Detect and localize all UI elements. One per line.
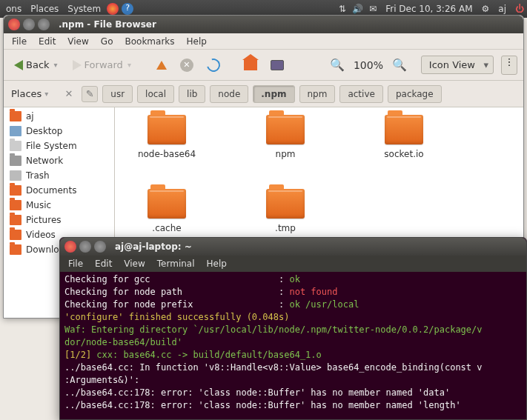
folder-icon: [10, 185, 21, 196]
close-icon[interactable]: [8, 19, 20, 30]
edit-path-button[interactable]: ✎: [82, 86, 98, 102]
user-icon[interactable]: ⚙: [482, 4, 490, 14]
home-icon: [244, 60, 257, 70]
term-titlebar[interactable]: aj@aj-laptop: ~: [60, 238, 526, 256]
places-menu[interactable]: Places: [27, 4, 62, 14]
maximize-icon[interactable]: [94, 241, 106, 253]
terminal-output[interactable]: Checking for gcc : okChecking for node p…: [60, 272, 526, 413]
close-sidebar-button[interactable]: ✕: [60, 88, 77, 99]
view-mode-select[interactable]: Icon View: [421, 56, 494, 74]
menu-file[interactable]: File: [63, 257, 88, 270]
minimize-icon[interactable]: [23, 19, 35, 30]
menu-view[interactable]: View: [62, 35, 93, 48]
clock[interactable]: Fri Dec 10, 3:26 AM: [382, 4, 475, 14]
minimize-icon[interactable]: [79, 241, 91, 253]
power-icon[interactable]: ⏻: [515, 4, 524, 14]
folder-label: socket.io: [367, 149, 441, 159]
menu-help[interactable]: Help: [202, 257, 232, 270]
up-arrow-icon: [156, 61, 167, 70]
path-bar: Places ▾ ✕ ✎ usrlocallibnode.npmnpmactiv…: [4, 81, 523, 107]
reload-button[interactable]: [202, 56, 225, 75]
folder-icon: [148, 115, 186, 144]
folder-icon: [266, 115, 305, 144]
folder-item[interactable]: npm: [248, 115, 322, 159]
menu-help[interactable]: Help: [182, 35, 212, 48]
folder-icon: [10, 156, 21, 166]
sidebar-item-pictures[interactable]: Pictures: [4, 213, 114, 227]
folder-label: .cache: [130, 223, 204, 233]
folder-item[interactable]: .cache: [130, 189, 204, 233]
path-segment[interactable]: package: [388, 85, 442, 103]
back-button[interactable]: Back ▾: [10, 56, 64, 73]
chevron-down-icon[interactable]: ▾: [53, 61, 59, 69]
path-segment[interactable]: usr: [102, 85, 133, 103]
back-arrow-icon: [14, 60, 23, 70]
folder-label: node-base64: [130, 149, 204, 159]
up-button[interactable]: [152, 58, 171, 73]
menu-file[interactable]: File: [7, 35, 32, 48]
menu-terminal[interactable]: Terminal: [152, 257, 200, 270]
path-segment[interactable]: npm: [299, 85, 336, 103]
folder-icon: [10, 244, 21, 255]
sidebar-item-file-system[interactable]: File System: [4, 139, 114, 153]
menu-go[interactable]: Go: [96, 35, 119, 48]
close-icon[interactable]: [64, 241, 76, 253]
folder-icon: [266, 189, 305, 219]
sidebar-item-label: Music: [26, 200, 51, 210]
folder-label: .tmp: [248, 223, 322, 233]
sidebar-item-label: File System: [26, 141, 77, 151]
folder-item[interactable]: socket.io: [367, 115, 441, 159]
toolbar-grip[interactable]: ⋮: [501, 56, 517, 75]
system-menu[interactable]: System: [64, 4, 104, 14]
term-menubar: FileEditViewTerminalHelp: [60, 256, 526, 272]
folder-icon: [10, 200, 21, 210]
maximize-icon[interactable]: [38, 19, 50, 30]
network-icon[interactable]: ⇅: [339, 4, 346, 14]
zoom-in-button[interactable]: 🔍: [389, 58, 410, 72]
menu-bookmarks[interactable]: Bookmarks: [119, 35, 179, 48]
path-segment[interactable]: .npm: [253, 85, 294, 103]
sidebar-item-label: aj: [26, 111, 34, 121]
folder-icon: [10, 230, 21, 240]
terminal-window: aj@aj-laptop: ~ FileEditViewTerminalHelp…: [59, 237, 527, 420]
sidebar-item-label: Trash: [26, 170, 50, 181]
sidebar-item-trash[interactable]: Trash: [4, 168, 114, 183]
folder-icon: [10, 170, 21, 181]
path-segment[interactable]: active: [339, 85, 382, 103]
stop-button[interactable]: ✕: [176, 56, 198, 75]
sidebar-item-desktop[interactable]: Desktop: [4, 124, 114, 139]
path-segment[interactable]: node: [210, 85, 248, 103]
stop-icon: ✕: [180, 59, 193, 72]
forward-button: Forward ▾: [68, 56, 137, 73]
home-button[interactable]: [239, 57, 262, 73]
window-title: aj@aj-laptop: ~: [115, 241, 192, 252]
firefox-icon[interactable]: [107, 3, 119, 15]
zoom-out-button[interactable]: 🔍: [327, 58, 348, 72]
menu-edit[interactable]: Edit: [33, 35, 61, 48]
sound-icon[interactable]: 🔊: [352, 4, 363, 14]
sidebar-item-network[interactable]: Network: [4, 153, 114, 168]
menu-edit[interactable]: Edit: [90, 257, 117, 270]
sidebar-item-music[interactable]: Music: [4, 198, 114, 213]
folder-item[interactable]: .tmp: [248, 189, 322, 233]
mail-icon[interactable]: ✉: [369, 4, 377, 14]
folder-item[interactable]: node-base64: [130, 115, 204, 159]
path-segment[interactable]: lib: [179, 85, 205, 103]
places-toggle[interactable]: Places ▾: [10, 88, 56, 99]
sidebar-item-label: Network: [26, 156, 63, 166]
computer-button[interactable]: [266, 57, 288, 73]
path-segment[interactable]: local: [137, 85, 174, 103]
sidebar-item-label: Desktop: [26, 126, 63, 136]
help-icon[interactable]: ?: [122, 3, 133, 15]
monitor-icon: [271, 60, 284, 70]
folder-icon: [148, 189, 186, 219]
user-name[interactable]: aj: [495, 4, 509, 14]
sidebar-item-label: Documents: [26, 185, 76, 196]
sidebar-item-label: Videos: [26, 230, 56, 240]
sidebar-item-documents[interactable]: Documents: [4, 183, 114, 198]
apps-menu[interactable]: ons: [3, 4, 24, 14]
sidebar-item-aj[interactable]: aj: [4, 109, 114, 124]
fb-menubar: FileEditViewGoBookmarksHelp: [4, 33, 523, 50]
menu-view[interactable]: View: [119, 257, 150, 270]
fb-titlebar[interactable]: .npm - File Browser: [4, 16, 523, 33]
